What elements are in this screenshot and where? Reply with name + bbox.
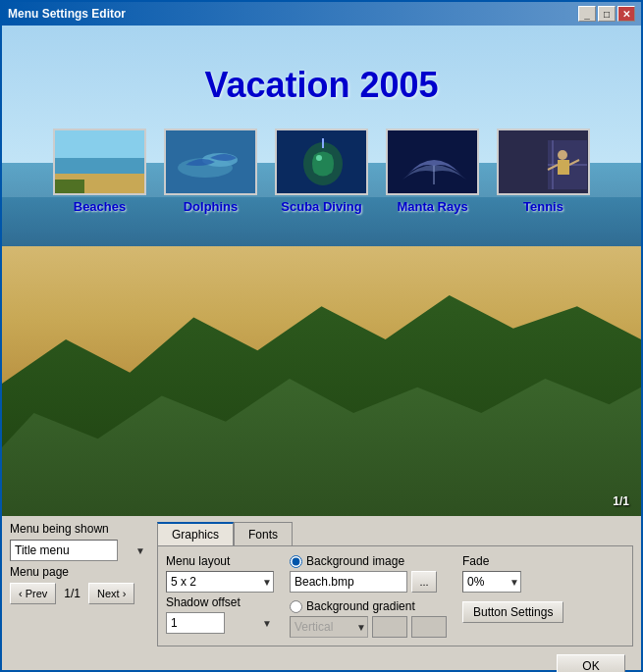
menu-items-row: Beaches Dolphins <box>2 129 641 214</box>
gradient-color1-button <box>372 616 407 638</box>
shadow-offset-label: Shadow offset <box>166 595 274 609</box>
fade-col: Fade 0% ▼ Button Settings <box>462 554 563 623</box>
bottom-panel: Menu being shown Title menu ▼ Menu page … <box>2 516 641 672</box>
menu-label-tennis: Tennis <box>523 199 563 214</box>
bg-image-label: Background image <box>306 554 404 568</box>
tab-fonts[interactable]: Fonts <box>234 522 293 545</box>
browse-button[interactable]: ... <box>411 571 437 593</box>
svg-point-9 <box>316 155 322 161</box>
ok-row: OK <box>10 650 633 672</box>
window-title: Menu Settings Editor <box>8 7 126 21</box>
thumb-scuba <box>275 129 368 195</box>
gradient-direction-select: Vertical <box>290 616 368 638</box>
menu-preview-title: Vacation 2005 <box>2 65 641 106</box>
bg-gradient-label: Background gradient <box>306 599 415 613</box>
bg-image-input-row: ... <box>290 571 447 593</box>
bg-image-radio[interactable] <box>290 555 302 568</box>
bg-image-radio-row: Background image <box>290 554 447 568</box>
prev-button[interactable]: ‹ Prev <box>10 583 56 604</box>
fade-select[interactable]: 0% <box>462 571 521 593</box>
page-indicator: 1/1 <box>613 494 629 508</box>
layout-group: Menu layout 5 x 2 ▼ Shadow offset 1 <box>166 554 274 634</box>
preview-area: Vacation 2005 Beaches <box>2 26 641 516</box>
menu-select-arrow: ▼ <box>135 545 145 556</box>
menu-layout-label: Menu layout <box>166 554 274 568</box>
bottom-row: Menu being shown Title menu ▼ Menu page … <box>10 522 633 646</box>
gradient-dir-wrapper: Vertical ▼ <box>290 616 368 638</box>
thumb-beaches <box>53 129 146 195</box>
fade-row: 0% ▼ <box>462 571 563 593</box>
fade-label: Fade <box>462 554 563 568</box>
menu-item-scuba[interactable]: Scuba Diving <box>275 129 368 214</box>
thumb-dolphins <box>164 129 257 195</box>
bg-gradient-radio[interactable] <box>290 600 302 613</box>
ok-button[interactable]: OK <box>557 654 625 672</box>
svg-rect-18 <box>558 160 569 175</box>
menu-label-beaches: Beaches <box>74 199 126 214</box>
shadow-offset-wrapper: 1 ▼ <box>166 612 274 634</box>
fade-select-wrapper: 0% ▼ <box>462 571 521 593</box>
bg-group: Background image ... Background gradient <box>290 554 447 638</box>
tab-content-graphics: Menu layout 5 x 2 ▼ Shadow offset 1 <box>157 546 633 646</box>
button-settings-button[interactable]: Button Settings <box>462 601 563 623</box>
menu-label-dolphins: Dolphins <box>184 199 239 214</box>
bg-image-input[interactable] <box>290 571 407 593</box>
menu-layout-select-wrapper: 5 x 2 ▼ <box>166 571 274 593</box>
menu-label-scuba: Scuba Diving <box>281 199 361 214</box>
page-number: 1/1 <box>60 587 84 600</box>
svg-rect-0 <box>55 130 146 160</box>
gradient-row: Vertical ▼ <box>290 616 447 638</box>
main-window: Menu Settings Editor _ □ ✕ Vacation 2005 <box>0 0 643 672</box>
menu-select[interactable]: Title menu <box>10 540 118 561</box>
menu-select-wrapper: Title menu ▼ <box>10 540 147 561</box>
tabs-area: Graphics Fonts Menu layout 5 x 2 <box>157 522 633 646</box>
nav-row: ‹ Prev 1/1 Next › <box>10 583 147 604</box>
title-bar-controls: _ □ ✕ <box>578 6 635 22</box>
gradient-color2-button <box>411 616 447 638</box>
thumb-tennis <box>497 129 590 195</box>
close-button[interactable]: ✕ <box>617 6 635 22</box>
shadow-offset-select[interactable]: 1 <box>166 612 225 634</box>
svg-point-17 <box>558 150 567 160</box>
maximize-button[interactable]: □ <box>598 6 616 22</box>
menu-item-beaches[interactable]: Beaches <box>53 129 146 214</box>
next-button[interactable]: Next › <box>88 583 134 604</box>
minimize-button[interactable]: _ <box>578 6 596 22</box>
tab-graphics[interactable]: Graphics <box>157 522 234 545</box>
menu-label-manta: Manta Rays <box>397 199 467 214</box>
title-bar-text: Menu Settings Editor <box>8 7 126 21</box>
left-col: Menu being shown Title menu ▼ Menu page … <box>10 522 147 604</box>
menu-layout-select[interactable]: 5 x 2 <box>166 571 274 593</box>
svg-rect-3 <box>55 180 84 195</box>
shadow-offset-arrow: ▼ <box>262 618 272 629</box>
thumb-manta <box>386 129 479 195</box>
menu-page-label: Menu page <box>10 565 147 579</box>
menu-item-dolphins[interactable]: Dolphins <box>164 129 257 214</box>
menu-item-manta[interactable]: Manta Rays <box>386 129 479 214</box>
tab-bar: Graphics Fonts <box>157 522 633 546</box>
bg-gradient-radio-row: Background gradient <box>290 599 447 613</box>
menu-being-shown-label: Menu being shown <box>10 522 147 536</box>
menu-item-tennis[interactable]: Tennis <box>497 129 590 214</box>
title-bar: Menu Settings Editor _ □ ✕ <box>2 2 641 26</box>
